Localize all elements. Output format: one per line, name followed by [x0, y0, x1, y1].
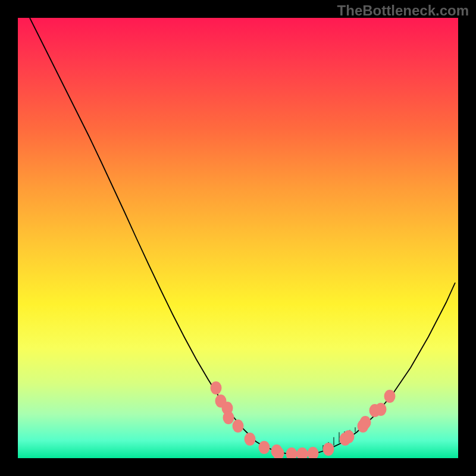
- plot-frame: [18, 18, 458, 458]
- salmon-dot: [360, 416, 371, 429]
- salmon-dot: [384, 390, 396, 403]
- salmon-dot: [211, 381, 222, 394]
- salmon-dot: [343, 430, 355, 443]
- salmon-dot: [297, 447, 308, 458]
- watermark-text: TheBottleneck.com: [337, 2, 469, 19]
- salmon-marker-group: [211, 381, 396, 458]
- curve-layer: [18, 18, 458, 458]
- salmon-dot: [233, 419, 244, 433]
- salmon-dot: [259, 441, 270, 454]
- salmon-dot: [323, 443, 334, 456]
- salmon-dot: [245, 433, 256, 446]
- salmon-dot: [308, 447, 319, 458]
- salmon-dot: [223, 411, 234, 424]
- salmon-dot: [375, 403, 387, 416]
- bottleneck-curve: [30, 18, 455, 454]
- salmon-dot: [286, 447, 298, 458]
